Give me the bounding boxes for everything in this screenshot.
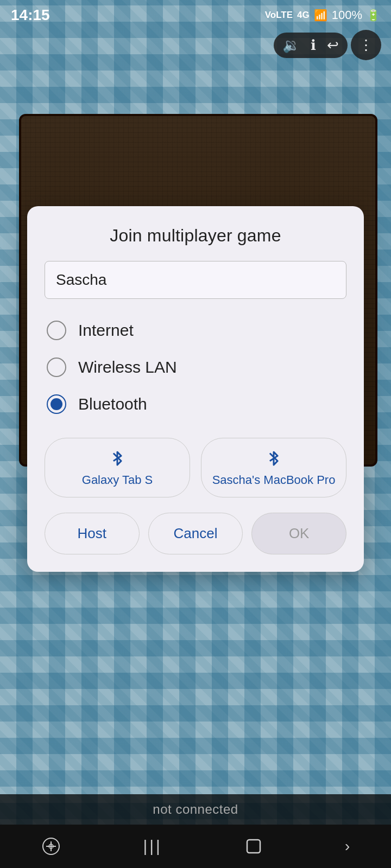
home-nav-icon[interactable]: [244, 837, 263, 856]
dialog-action-buttons: Host Cancel OK: [45, 513, 346, 554]
radio-internet[interactable]: Internet: [45, 312, 346, 349]
radio-wireless-lan-circle: [47, 358, 66, 377]
svg-rect-4: [247, 840, 260, 853]
radio-bluetooth-circle: [47, 394, 66, 414]
player-name-input[interactable]: [45, 261, 346, 299]
radio-bluetooth[interactable]: Bluetooth: [45, 386, 346, 423]
connection-status-text: not connected: [153, 802, 238, 817]
volte-icon: VoLTE: [265, 10, 293, 21]
dialog-title: Join multiplayer game: [45, 226, 346, 246]
bt-device-macbook-pro[interactable]: Sascha's MacBook Pro: [201, 438, 346, 497]
bluetooth-icon-macbook: [266, 448, 282, 469]
4g-icon: 4G: [297, 10, 310, 21]
connection-type-group: Internet Wireless LAN Bluetooth: [45, 312, 346, 423]
bt-device-galaxy-tab-s[interactable]: Galaxy Tab S: [45, 438, 190, 497]
bt-device-galaxy-label: Galaxy Tab S: [82, 473, 153, 487]
volume-icon[interactable]: 🔉: [282, 37, 300, 54]
navigation-bar: ||| ‹: [0, 825, 391, 868]
more-menu-button[interactable]: ⋮: [351, 30, 381, 60]
radio-wireless-lan-label: Wireless LAN: [78, 358, 177, 376]
undo-icon[interactable]: ↩: [327, 37, 339, 54]
cancel-button[interactable]: Cancel: [148, 513, 243, 554]
status-icons: VoLTE 4G 📶 100% 🔋: [265, 8, 380, 22]
connection-status-bar: not connected: [0, 794, 391, 825]
more-icon: ⋮: [359, 37, 373, 54]
radio-internet-circle: [47, 321, 66, 340]
radio-wireless-lan[interactable]: Wireless LAN: [45, 349, 346, 386]
battery-icon: 🔋: [367, 9, 380, 22]
status-bar: 14:15 VoLTE 4G 📶 100% 🔋: [0, 0, 391, 30]
status-time: 14:15: [11, 7, 50, 24]
ok-button[interactable]: OK: [251, 513, 346, 554]
toolbar-pill: 🔉 ℹ ↩: [274, 33, 348, 58]
bt-device-macbook-label: Sascha's MacBook Pro: [212, 473, 336, 487]
join-multiplayer-dialog: Join multiplayer game Internet Wireless …: [27, 206, 364, 572]
info-icon[interactable]: ℹ: [311, 37, 316, 54]
host-button[interactable]: Host: [45, 513, 140, 554]
battery-level: 100%: [332, 8, 362, 22]
bluetooth-devices: Galaxy Tab S Sascha's MacBook Pro: [45, 438, 346, 497]
gamepad-nav-icon[interactable]: [41, 836, 61, 857]
radio-bluetooth-label: Bluetooth: [78, 395, 147, 413]
toolbar: 🔉 ℹ ↩ ⋮: [274, 30, 381, 60]
bluetooth-icon-galaxy: [109, 448, 125, 469]
recents-nav-icon[interactable]: |||: [143, 837, 162, 856]
signal-icon: 📶: [314, 9, 327, 22]
back-nav-icon[interactable]: ‹: [345, 838, 350, 855]
radio-internet-label: Internet: [78, 321, 134, 340]
